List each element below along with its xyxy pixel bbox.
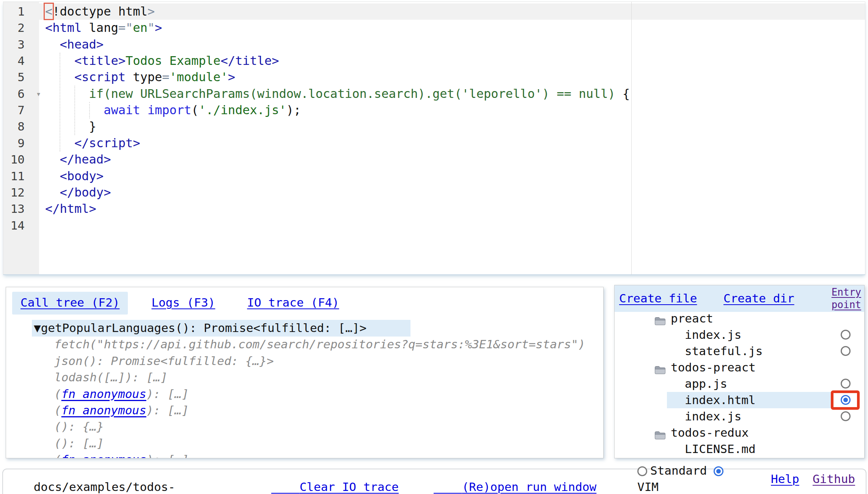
file-row[interactable]: stateful.js [615,343,864,359]
current-file-path: docs/examples/todos-preact/index.html [5,463,175,494]
calltree-node[interactable]: (fn anonymous): […] [54,452,189,458]
entry-point-radio[interactable] [841,411,851,421]
leporello-app: 1<!doctype html>2<html lang="en">3 <head… [0,0,868,494]
line-number: 13 [3,201,25,217]
folder-name: preact [671,310,713,327]
calltree-node[interactable]: (fn anonymous): […] [54,402,189,418]
help-link[interactable]: Help [771,471,799,487]
line-number: 5 [3,69,25,85]
file-row[interactable]: app.js [615,376,864,392]
code-line: </body> [45,184,111,201]
tab-io-trace[interactable]: IO trace (F4) [239,292,348,315]
folder-name: todos-preact [671,359,756,376]
files-header: Create file Create dir Entry point [615,285,864,312]
calltree-node[interactable]: lodash([…]): […] [54,369,168,385]
create-dir-button[interactable]: Create dir [723,291,794,305]
vim-mode-label: VIM [637,480,659,494]
calltree-tabs: Call tree (F2) Logs (F3) IO trace (F4) [12,292,348,315]
code-line: <script type='module'> [45,69,235,85]
line-number: 6 [3,86,25,102]
standard-mode-radio[interactable] [637,466,647,476]
line-number: 3 [3,36,25,53]
vim-mode-radio[interactable] [714,466,723,476]
clear-io-trace-button[interactable]: Clear IO trace(F6) [271,463,399,494]
code-line: await import('./index.js'); [45,102,301,118]
code-line: } [45,118,96,135]
file-row[interactable]: index.js [615,327,864,343]
code-line: </script> [45,135,140,151]
fn-anonymous-link[interactable]: fn anonymous [61,453,146,458]
line-number: 1 [3,3,25,20]
entry-point-selection-box [831,390,860,410]
line-number: 8 [3,118,25,135]
code-line: <body> [45,168,104,184]
folder-row[interactable]: preact [615,310,864,327]
code-line: if(new URLSearchParams(window.location.s… [45,86,630,102]
line-number: 9 [3,135,25,151]
line-number: 7 [3,102,25,118]
file-tree-panel: Create file Create dir Entry point preac… [614,285,865,458]
code-editor[interactable]: 1<!doctype html>2<html lang="en">3 <head… [3,2,865,275]
fn-anonymous-link[interactable]: fn anonymous [61,387,146,401]
tab-logs[interactable]: Logs (F3) [143,292,223,315]
folder-name: todos-redux [671,425,748,441]
code-line: <head> [45,36,104,53]
line-number: 4 [3,53,25,69]
calltree-node[interactable]: (fn anonymous): […] [54,386,189,402]
cursor-highlight: < [45,4,52,19]
create-file-button[interactable]: Create file [619,291,697,305]
folder-row[interactable]: todos-redux [615,425,864,441]
code-line: <!doctype html> [45,3,155,20]
line-number: 12 [3,184,25,201]
line-number: 2 [3,20,25,36]
code-line: <title>Todos Example</title> [45,53,279,69]
calltree-node[interactable]: json(): Promise<fulfilled: {…}> [54,353,274,369]
file-name: LICENSE.md [685,441,756,457]
file-row[interactable]: index.js [615,408,864,425]
github-link[interactable]: Github [813,471,855,487]
file-row[interactable]: index.html [615,392,864,408]
folder-row[interactable]: todos-preact [615,359,864,376]
entry-point-column-label: Entry point [832,286,861,311]
code-line: </html> [45,201,96,217]
line-number: 14 [3,217,25,234]
editor-mode-radio-group: Standard VIM [637,463,743,494]
fn-anonymous-link[interactable]: fn anonymous [61,403,146,417]
file-name: app.js [685,376,727,392]
entry-point-radio[interactable] [841,330,851,340]
standard-mode-label: Standard [650,464,707,477]
file-name: index.js [685,327,741,343]
line-number: 10 [3,151,25,168]
file-name: index.js [685,408,741,425]
fold-arrow-icon[interactable]: ▾ [36,86,45,102]
file-name: stateful.js [685,343,763,359]
entry-point-radio[interactable] [841,346,851,356]
calltree-node[interactable]: (): {…} [54,418,104,435]
calltree-node[interactable]: fetch("https://api.github.com/search/rep… [54,336,585,352]
print-margin-ruler [631,2,632,274]
code-line: <html lang="en"> [45,20,162,36]
calltree-panel: Call tree (F2) Logs (F3) IO trace (F4) ▼… [6,287,604,458]
reopen-run-window-button[interactable]: (Re)open run window(F7) [434,463,596,494]
file-name: index.html [685,392,756,408]
calltree-node[interactable]: (): […] [54,435,104,452]
entry-point-radio[interactable] [841,379,851,389]
code-line: </head> [45,151,111,168]
tab-call-tree[interactable]: Call tree (F2) [12,292,128,315]
line-number: 11 [3,168,25,184]
calltree-node-selected[interactable]: ▼getPopularLanguages(): Promise<fulfille… [34,320,366,336]
file-row[interactable]: LICENSE.md [615,441,864,457]
